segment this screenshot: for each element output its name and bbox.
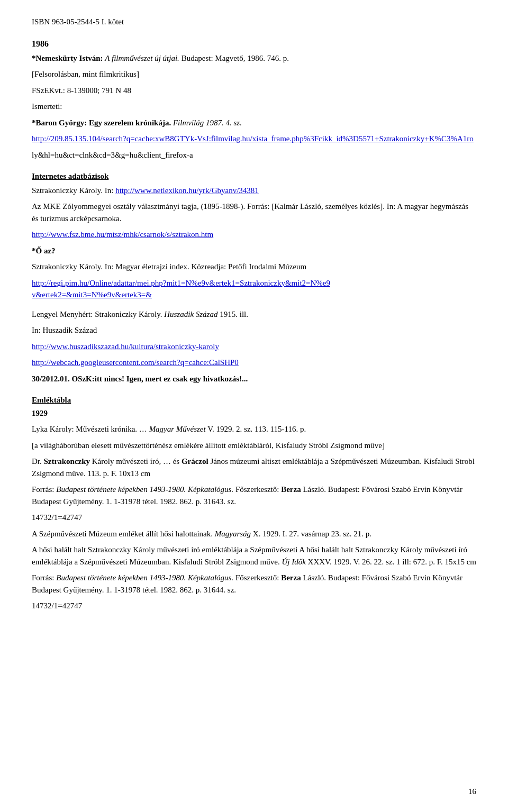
emlek-magyarság: Magyarság xyxy=(215,530,251,538)
emlek-dr: Dr. Sztrakonczky Károly művészeti író, …… xyxy=(32,455,476,479)
netlexikon-link[interactable]: http://www.netlexikon.hu/yrk/Gbyanv/3438… xyxy=(115,186,259,195)
entry1-tag: [Felsorolásban, mint filmkritikus] xyxy=(32,68,476,80)
emlek-szepmu: A Szépművészeti Múzeum emléket állít hős… xyxy=(32,528,476,540)
entry1-title: *Nemeskürty István: A filmművészet új út… xyxy=(32,52,476,65)
lengyel-huszadik: Huszadik Század xyxy=(164,310,217,318)
emlek-section: Emléktábla 1929 Lyka Károly: Művészeti k… xyxy=(32,394,476,612)
entry1-title-bold: *Nemeskürty István: xyxy=(32,54,105,62)
emlek-forras2-italic: Budapest története képekben 1493-1980. K… xyxy=(56,573,233,582)
entry1-url1-link[interactable]: http://209.85.135.104/search?q=cache:xwB… xyxy=(32,134,474,143)
year-1986: 1986 xyxy=(32,38,476,50)
section-1986: 1986 *Nemeskürty István: A filmművészet … xyxy=(32,38,476,161)
emlek-dr-cont: Károly művészeti író, … és xyxy=(90,457,182,466)
entry1-title-italic: A filmművészet új útjai. xyxy=(105,54,179,62)
lengyel-text1-cont: 1915. ill. xyxy=(217,310,248,318)
emlek-lyka: Lyka Károly: Művészeti krónika. … Magyar… xyxy=(32,423,476,435)
internetes-fsz-url: http://www.fsz.bme.hu/mtsz/mhk/csarnok/s… xyxy=(32,229,476,241)
entry1-fszek: FSzEKvt.: 8-139000; 791 N 48 xyxy=(32,85,476,97)
internetes-sztrakoniczky: Sztrakoniczky Károly. In: http://www.net… xyxy=(32,185,476,197)
lengyel-oszk: 30/2012.01. OSzK:itt nincs! Igen, mert e… xyxy=(32,373,476,385)
webcach-link[interactable]: http://webcach.googleusercontent.com/sea… xyxy=(32,358,239,367)
emlek-year: 1929 xyxy=(32,407,476,419)
emlek-szepmu-cont: X. 1929. I. 27. vasárnap 23. sz. 21. p. xyxy=(251,530,371,538)
emlek-hosi1: A hősi halált halt Sztrakonczky Károly m… xyxy=(32,544,476,568)
internetes-o-az: *Ő az? xyxy=(32,245,476,257)
emlek-ltsz2: 14732/1=42747 xyxy=(32,600,476,612)
page-number: 16 xyxy=(468,787,476,796)
emlek-lyka-cont: V. 1929. 2. sz. 113. 115-116. p. xyxy=(206,425,306,433)
internetes-sztrakoniczky-text: Sztrakoniczky Károly. In: xyxy=(32,186,115,195)
lengyel-text1: Lengyel Menyhért: Strakoniczky Károly. H… xyxy=(32,308,476,321)
emlek-szepmu-start: A Szépművészeti Múzeum emléket állít hős… xyxy=(32,530,215,538)
emlek-hosi1-italic: Új Idők xyxy=(282,558,305,566)
isbn-line: ISBN 963-05-2544-5 I. kötet xyxy=(32,16,476,28)
entry1-ismerteti: Ismerteti: xyxy=(32,101,476,113)
fsz-link[interactable]: http://www.fsz.bme.hu/mtsz/mhk/csarnok/s… xyxy=(32,230,213,239)
lengyel-webcach-url: http://webcach.googleusercontent.com/sea… xyxy=(32,357,476,369)
internetes-mke: Az MKE Zólyommegyei osztály választmányi… xyxy=(32,200,476,224)
emlek-forras2: Forrás: Budapest története képekben 1493… xyxy=(32,572,476,596)
emlek-forras1-italic: Budapest története képekben 1493-1980. K… xyxy=(56,485,233,494)
lengyel-huszadik-url: http://www.huszadikszazad.hu/kultura/str… xyxy=(32,341,476,353)
emlek-forras1: Forrás: Budapest története képekben 1493… xyxy=(32,483,476,507)
emlek-lyka-italic: Magyar Művészet xyxy=(149,425,206,433)
emlek-hosi1-cont: XXXV. 1929. V. 26. 22. sz. 1 ill: 672. p… xyxy=(306,558,476,566)
internetes-heading: Internetes adatbázisok xyxy=(32,170,476,183)
entry1-filmvilag: Filmvilág 1987. 4. sz. xyxy=(171,118,242,127)
entry1-baron-bold: *Baron György: Egy szerelem krónikája. xyxy=(32,118,171,127)
emlek-lyka-start: Lyka Károly: Művészeti krónika. … xyxy=(32,425,149,433)
page-content: ISBN 963-05-2544-5 I. kötet 1986 *Nemesk… xyxy=(32,16,476,612)
entry1-url1-cont: ly&hl=hu&ct=clnk&cd=3&g=hu&client_firefo… xyxy=(32,149,476,161)
lengyel-section: Lengyel Menyhért: Strakoniczky Károly. H… xyxy=(32,308,476,385)
emlek-bracket: [a világháborúban elesett művészettörtén… xyxy=(32,440,476,452)
emlek-sztrakonczky-bold: Sztrakonczky xyxy=(44,457,90,466)
emlek-graczol-bold: Gráczol xyxy=(182,457,208,466)
lengyel-text1-start: Lengyel Menyhért: Strakoniczky Károly. xyxy=(32,310,164,318)
emlek-forras1-prefix: Forrás: xyxy=(32,485,56,494)
emlek-ltsz1: 14732/1=42747 xyxy=(32,512,476,524)
entry1-url1: http://209.85.135.104/search?q=cache:xwB… xyxy=(32,133,476,145)
pim-link[interactable]: http://regi.pim.hu/Online/adattar/mei.ph… xyxy=(32,279,330,299)
emlek-heading: Emléktábla xyxy=(32,394,476,406)
entry1-publisher: Budapest: Magvető, 1986. 746. p. xyxy=(179,54,289,62)
emlek-dr-prefix: Dr. xyxy=(32,457,44,466)
emlek-forras2-prefix: Forrás: xyxy=(32,573,56,582)
internetes-karoly2: Sztrakoniczky Károly. In: Magyar életraj… xyxy=(32,261,476,273)
internetes-section: Internetes adatbázisok Sztrakoniczky Kár… xyxy=(32,170,476,301)
lengyel-text2: In: Huszadik Század xyxy=(32,324,476,336)
entry1-baron: *Baron György: Egy szerelem krónikája. F… xyxy=(32,117,476,129)
huszadik-link[interactable]: http://www.huszadikszazad.hu/kultura/str… xyxy=(32,342,219,351)
internetes-pim-url: http://regi.pim.hu/Online/adattar/mei.ph… xyxy=(32,277,476,301)
lengyel-oszk-bold: 30/2012.01. OSzK:itt nincs! Igen, mert e… xyxy=(32,375,248,383)
